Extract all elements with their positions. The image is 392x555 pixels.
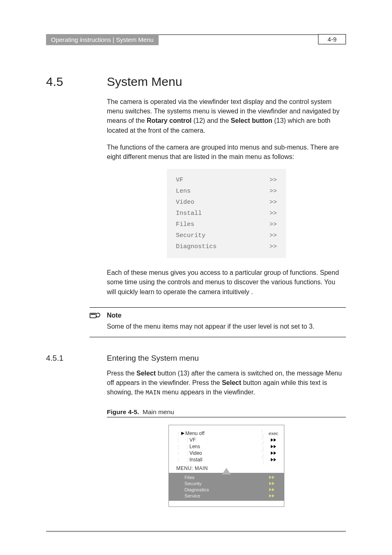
menu-item: VF>> xyxy=(176,175,277,186)
paragraph: The functions of the camera are grouped … xyxy=(107,143,346,161)
paragraph: The camera is operated via the viewfinde… xyxy=(107,97,346,135)
svg-marker-7 xyxy=(271,451,273,455)
subsection-number: 4.5.1 xyxy=(46,354,107,363)
svg-marker-10 xyxy=(274,458,276,461)
subsection-title: Entering the System menu xyxy=(107,354,199,363)
section-number: 4.5 xyxy=(46,75,107,89)
menu-item: Security>> xyxy=(176,230,277,241)
fast-forward-icon xyxy=(271,437,277,443)
paragraph: Press the Select button (13) after the c… xyxy=(107,368,346,398)
fast-forward-icon xyxy=(269,487,275,492)
term-main-mono: MAIN xyxy=(145,389,160,396)
menu-item: Files>> xyxy=(176,219,277,230)
breadcrumb: Operating instructions | System Menu xyxy=(46,34,159,45)
svg-marker-3 xyxy=(271,438,273,442)
term-select: Select xyxy=(222,379,241,386)
fast-forward-icon xyxy=(271,450,277,456)
section-heading: 4.5 System Menu xyxy=(46,75,346,89)
fast-forward-icon xyxy=(269,481,275,486)
figure-main-menu: ⋮Menu off ⋮⋮VF ⋮⋮Lens ⋮⋮Video ⋮⋮Install … xyxy=(168,425,284,507)
triangle-up-icon xyxy=(222,468,231,476)
svg-marker-16 xyxy=(269,488,272,491)
svg-marker-12 xyxy=(269,476,272,479)
svg-marker-8 xyxy=(274,451,276,455)
svg-marker-17 xyxy=(272,488,274,491)
svg-marker-15 xyxy=(272,482,274,485)
svg-marker-14 xyxy=(269,482,272,485)
menu-item: Video>> xyxy=(176,197,277,208)
svg-marker-9 xyxy=(271,458,273,461)
svg-marker-18 xyxy=(269,494,272,497)
svg-marker-11 xyxy=(222,468,231,474)
note-title: Note xyxy=(107,312,346,319)
page-number: 4-9 xyxy=(318,34,346,44)
svg-marker-2 xyxy=(181,432,184,435)
menu-item: Install>> xyxy=(176,208,277,219)
footer-rule xyxy=(46,531,346,532)
svg-marker-19 xyxy=(272,494,274,497)
paragraph: Each of these menus gives you access to … xyxy=(107,268,346,297)
note-icon xyxy=(90,312,101,321)
caret-right-icon xyxy=(180,432,185,435)
section-title: System Menu xyxy=(107,75,182,89)
svg-marker-4 xyxy=(274,438,276,442)
menu-item: Diagnostics>> xyxy=(176,241,277,252)
svg-rect-1 xyxy=(91,314,95,315)
svg-marker-13 xyxy=(272,476,274,479)
fast-forward-icon xyxy=(269,493,275,498)
svg-rect-0 xyxy=(90,313,96,318)
note-callout: Note Some of the menu items may not appe… xyxy=(90,307,346,337)
figure-caption: Figure 4-5. Main menu xyxy=(107,408,346,417)
term-select: Select xyxy=(136,370,156,377)
fast-forward-icon xyxy=(271,457,277,463)
fast-forward-icon xyxy=(271,444,277,449)
fast-forward-icon xyxy=(269,475,275,480)
note-text: Some of the menu items may not appear if… xyxy=(107,322,346,331)
menu-listing: VF>> Lens>> Video>> Install>> Files>> Se… xyxy=(167,169,286,258)
svg-marker-6 xyxy=(274,445,276,448)
subsection-heading: 4.5.1 Entering the System menu xyxy=(46,354,346,363)
svg-marker-5 xyxy=(271,445,273,448)
menu-item: Lens>> xyxy=(176,186,277,197)
term-rotary-control: Rotary control xyxy=(147,117,191,124)
term-select-button: Select button xyxy=(231,117,272,124)
figure-lower-panel: Files Security Diagnostics Service xyxy=(169,473,284,501)
page-header: Operating instructions | System Menu 4-9 xyxy=(46,35,346,46)
